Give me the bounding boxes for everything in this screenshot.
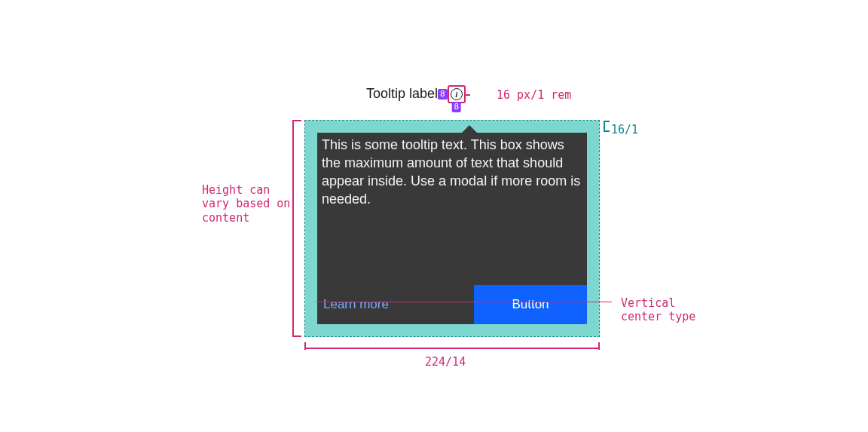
information-icon[interactable] xyxy=(451,88,463,100)
padding-swatch xyxy=(305,324,317,336)
padding-swatch xyxy=(305,133,317,324)
padding-swatch xyxy=(317,121,587,133)
padding-swatch xyxy=(305,121,317,133)
padding-swatch xyxy=(587,324,599,336)
spacing-badge-horizontal: 8 xyxy=(438,89,448,100)
spacing-badge-vertical: 8 xyxy=(451,102,461,112)
width-bracket xyxy=(304,348,600,349)
annotation-icon-size: 16 px/1 rem xyxy=(497,88,571,103)
tooltip-trigger: Tooltip label 8 8 xyxy=(366,85,466,103)
measure-tick xyxy=(464,94,470,96)
height-bracket xyxy=(292,120,294,337)
info-icon-bounding-box: 8 xyxy=(448,85,466,103)
spec-diagram: Tooltip label 8 8 16 px/1 rem This is so… xyxy=(170,58,698,375)
annotation-vertical-center: Vertical center type xyxy=(621,296,698,325)
vertical-center-guideline xyxy=(316,302,612,302)
tooltip-footer: Learn more Button xyxy=(317,285,587,324)
tooltip-body: This is some tooltip text. This box show… xyxy=(317,133,587,324)
tooltip-padding-outline: This is some tooltip text. This box show… xyxy=(304,120,600,337)
learn-more-link[interactable]: Learn more xyxy=(317,297,389,312)
primary-button[interactable]: Button xyxy=(474,285,587,324)
padding-swatch xyxy=(587,121,599,133)
padding-swatch xyxy=(587,133,599,324)
padding-top-bracket xyxy=(604,121,605,132)
annotation-padding-top: 16/1 xyxy=(611,123,638,137)
annotation-width: 224/14 xyxy=(425,355,466,369)
annotation-height: Height can vary based on content xyxy=(202,183,292,225)
tooltip-caret xyxy=(462,125,477,133)
padding-swatch xyxy=(317,324,587,336)
tooltip-text: This is some tooltip text. This box show… xyxy=(317,133,587,209)
tooltip-label: Tooltip label xyxy=(366,86,438,102)
